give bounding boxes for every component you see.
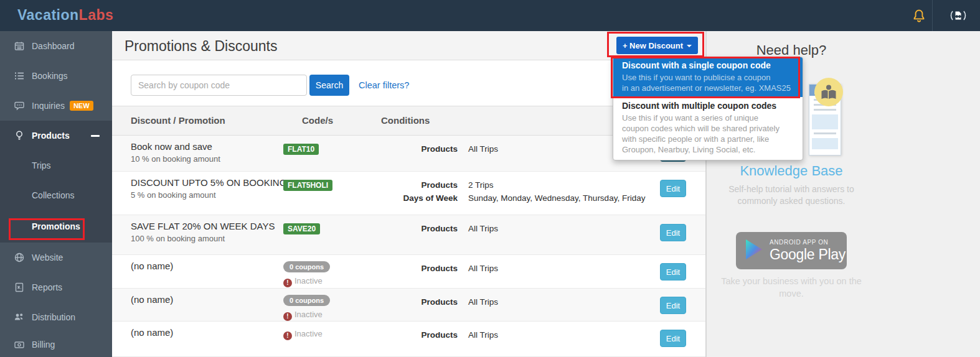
coupons-count-badge: 0 coupons: [283, 261, 330, 272]
caret-down-icon: [687, 45, 692, 47]
coupon-code-badge: FLAT5HOLI: [283, 180, 332, 191]
sidebar-item-label: Inquiries: [32, 101, 65, 111]
column-header-codes: Code/s: [302, 115, 333, 126]
promotion-name: (no name): [131, 327, 173, 338]
condition-label: Days of Week: [346, 193, 458, 203]
sidebar-item-label: Promotions: [32, 221, 80, 231]
sidebar-item-label: Trips: [32, 160, 51, 170]
google-play-main-line: Google Play: [770, 246, 846, 263]
condition-label: Products: [346, 297, 458, 307]
sidebar-item-label: Bookings: [32, 71, 68, 81]
promotion-name: (no name): [131, 261, 173, 271]
collapse-minus-icon[interactable]: [91, 135, 100, 137]
sidebar-item-label: Website: [32, 253, 63, 262]
edit-button[interactable]: Edit: [660, 330, 686, 347]
coupon-code-badge: SAVE20: [283, 223, 320, 234]
billing-icon: [14, 339, 25, 350]
sidebar-item-dashboard[interactable]: Dashboard: [0, 31, 112, 61]
reading-person-icon: [814, 78, 843, 106]
sidebar-item-label: Dashboard: [32, 41, 75, 51]
sidebar-item-collections[interactable]: Collections: [0, 180, 112, 210]
condition-value: All Trips: [468, 144, 498, 154]
logo-labs: Labs: [79, 7, 114, 23]
sidebar-item-label: Collections: [32, 190, 74, 200]
google-play-top-line: ANDROID APP ON: [770, 239, 846, 246]
menu-item-title: Discount with multiple coupon codes: [622, 101, 794, 111]
menu-item-multiple-coupons[interactable]: Discount with multiple coupon codes Use …: [613, 97, 803, 160]
table-row: (no name) !Inactive ProductsAll Trips Ed…: [112, 322, 705, 357]
inactive-warning-icon: !: [283, 312, 292, 321]
logo-vacation: Vacation: [17, 7, 79, 23]
google-play-triangle-icon: [745, 239, 763, 262]
edit-button[interactable]: Edit: [660, 263, 686, 280]
condition-label: Products: [346, 180, 458, 190]
inactive-warning-icon: !: [283, 279, 292, 287]
edit-button[interactable]: Edit: [660, 180, 686, 197]
edit-button[interactable]: Edit: [660, 297, 686, 314]
condition-value: All Trips: [468, 264, 498, 273]
list-icon: [14, 70, 25, 81]
status-badge: Inactive: [294, 329, 323, 338]
topbar: VacationLabs: [0, 0, 980, 31]
new-discount-button[interactable]: + New Discount: [616, 37, 698, 54]
promotion-detail: 100 % on booking amount: [131, 234, 275, 243]
condition-label: Products: [346, 264, 458, 273]
page: VacationLabs: [0, 0, 980, 357]
globe-icon: [14, 252, 25, 263]
google-play-badge[interactable]: ANDROID APP ON Google Play: [736, 232, 847, 269]
status-badge: Inactive: [294, 310, 323, 319]
knowledge-base-link[interactable]: Knowledge Base: [707, 163, 876, 179]
coupons-count-badge: 0 coupons: [283, 295, 330, 306]
menu-item-description: in an advertisement or newsletter, eg. X…: [622, 83, 794, 93]
promotion-name: (no name): [131, 294, 173, 305]
promotion-name: SAVE FLAT 20% ON WEEK DAYS: [131, 221, 275, 231]
account-avatar-broken-image-icon[interactable]: [949, 6, 968, 27]
sidebar-item-inquiries[interactable]: Inquiries NEW: [0, 91, 112, 121]
vacationlabs-logo[interactable]: VacationLabs: [17, 7, 113, 24]
condition-label: Products: [346, 224, 458, 233]
chat-icon: [14, 100, 25, 111]
page-title: Promotions & Discounts: [125, 38, 277, 55]
column-header-conditions: Conditions: [381, 115, 430, 126]
condition-label: Products: [346, 144, 458, 154]
lightbulb-icon: [14, 130, 25, 141]
sidebar-item-products[interactable]: Products: [0, 121, 112, 151]
new-discount-dropdown: Discount with a single coupon code Use t…: [613, 57, 803, 160]
condition-value: All Trips: [468, 224, 498, 233]
sidebar-item-trips[interactable]: Trips: [0, 151, 112, 180]
promotion-name: DISCOUNT UPTO 5% ON BOOKING: [131, 177, 286, 188]
table-row: DISCOUNT UPTO 5% ON BOOKING 5 % on booki…: [112, 172, 705, 215]
edit-button[interactable]: Edit: [660, 224, 686, 241]
condition-value: All Trips: [468, 330, 498, 340]
knowledge-base-description: Self-help tutorial with answers to commo…: [720, 183, 863, 207]
search-button[interactable]: Search: [309, 75, 349, 96]
google-play-description: Take your business with you on the move.: [720, 275, 863, 300]
menu-item-single-coupon[interactable]: Discount with a single coupon code Use t…: [613, 57, 803, 97]
calendar-icon: [14, 40, 25, 52]
notifications-bell-icon[interactable]: [912, 8, 926, 26]
sidebar-item-reports[interactable]: Reports: [0, 272, 112, 302]
sidebar-item-label: Distribution: [32, 312, 75, 322]
sidebar-item-distribution[interactable]: Distribution: [0, 302, 112, 332]
users-icon: [14, 312, 25, 323]
column-header-discount: Discount / Promotion: [131, 115, 225, 126]
table-row: (no name) 0 coupons !Inactive ProductsAl…: [112, 255, 705, 289]
sidebar-item-billing[interactable]: Billing: [0, 332, 112, 357]
menu-item-description: with specific people or with a partner, …: [622, 134, 794, 144]
menu-item-description: Use this if you want to publicise a coup…: [622, 72, 794, 83]
coupon-search-input[interactable]: [131, 75, 307, 96]
sidebar-item-label: Reports: [32, 282, 62, 292]
promotion-detail: 5 % on booking amount: [131, 190, 286, 200]
sidebar-item-promotions[interactable]: Promotions: [0, 210, 112, 243]
clear-filters-link[interactable]: Clear filters?: [359, 80, 409, 90]
condition-label: Products: [346, 330, 458, 340]
promotion-name: Book now and save: [131, 141, 220, 152]
status-badge: Inactive: [294, 276, 323, 285]
sidebar-item-website[interactable]: Website: [0, 243, 112, 272]
menu-item-description: Use this if you want a series of unique: [622, 113, 794, 123]
new-discount-label: + New Discount: [623, 41, 683, 50]
sidebar-item-bookings[interactable]: Bookings: [0, 61, 112, 91]
menu-item-description: Groupon, Nearbuy, Living Social, etc.: [622, 144, 794, 155]
inactive-warning-icon: !: [283, 332, 292, 340]
condition-value: Sunday, Monday, Wednesday, Thursday, Fri…: [468, 193, 645, 203]
